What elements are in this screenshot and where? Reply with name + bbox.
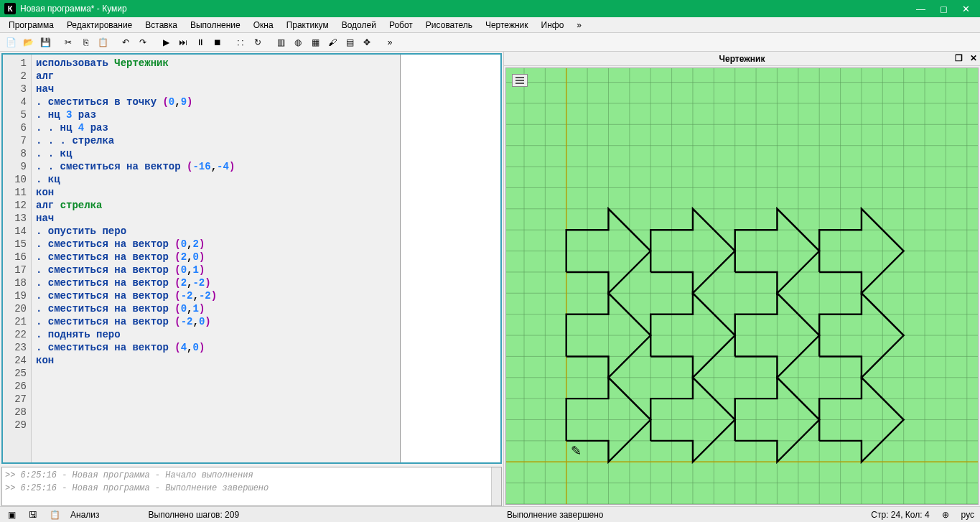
restart-icon[interactable]: ↻ [250,34,266,50]
detach-icon[interactable]: ❐ [955,53,963,63]
cut-icon[interactable]: ✂ [60,34,76,50]
close-panel-icon[interactable]: ✕ [970,53,977,63]
console-output: >> 6:25:16 - Новая программа - Начало вы… [1,467,502,506]
code-line[interactable] [36,380,396,393]
code-line[interactable]: . кц [36,173,396,186]
window-title: Новая программа* - Кумир [20,4,916,14]
code-line[interactable]: . . кц [36,147,396,160]
code-line[interactable]: кон [36,354,396,367]
menu-рисователь[interactable]: Рисователь [420,18,478,32]
menu-практикум[interactable]: Практикум [281,18,335,32]
open-icon[interactable]: 📂 [20,34,36,50]
paste-icon[interactable]: 📋 [95,34,111,50]
menubar: ПрограммаРедактированиеВставкаВыполнение… [0,17,980,33]
statusbar: ▣ 🖫 📋 Анализ Выполнено шагов: 209 Выполн… [0,506,980,522]
scrollbar[interactable] [491,467,501,505]
menu-вставка[interactable]: Вставка [139,18,183,32]
lang-icon[interactable]: ⊕ [940,509,951,521]
new-icon[interactable]: 📄 [3,34,19,50]
code-line[interactable]: использовать Чертежник [36,57,396,70]
menu-робот[interactable]: Робот [383,18,419,32]
clipboard-icon[interactable]: 📋 [49,509,60,521]
status-steps: Выполнено шагов: 209 [149,510,240,520]
copy-icon[interactable]: ⎘ [78,34,93,50]
stop-icon[interactable]: ⏹ [210,34,225,50]
menu-выполнение[interactable]: Выполнение [185,18,246,32]
redo-icon[interactable]: ↷ [135,34,151,50]
stack-icon[interactable]: ▤ [342,34,358,50]
code-line[interactable] [36,406,396,419]
console-line: >> 6:25:16 - Новая программа - Начало вы… [5,470,498,483]
code-line[interactable]: . сместиться на вектор (2,0) [36,251,396,264]
code-line[interactable]: . сместиться на вектор (4,0) [36,341,396,354]
drawer-panel-title: Чертежник ❐ ✕ [504,52,980,66]
canvas-menu-icon[interactable] [512,74,528,87]
minimize-icon[interactable]: — [916,4,925,14]
toolbar: 📄📂💾✂⎘📋↶↷▶⏭⏸⏹⸬↻▥◍▦🖌▤✥» [0,33,980,52]
code-line[interactable]: . сместиться на вектор (0,1) [36,302,396,315]
more-icon[interactable]: » [382,34,398,50]
code-line[interactable]: . поднять перо [36,328,396,341]
menu-программа[interactable]: Программа [3,18,60,32]
maximize-icon[interactable]: ◻ [940,4,948,14]
menu-»[interactable]: » [571,18,587,32]
code-line[interactable]: . сместиться на вектор (0,2) [36,238,396,251]
pen-icon: ✎ [571,444,582,458]
code-line[interactable]: . сместиться в точку (0,9) [36,95,396,108]
menu-инфо[interactable]: Инфо [536,18,570,32]
code-line[interactable]: . опустить перо [36,225,396,238]
line-gutter: 1234567891011121314151617181920212223242… [3,55,32,462]
code-line[interactable]: нач [36,83,396,95]
code-line[interactable]: нач [36,212,396,225]
canvas-svg: ✎ [506,68,978,504]
menu-чертежник[interactable]: Чертежник [480,18,534,32]
move-icon[interactable]: ✥ [359,34,375,50]
app-icon: К [4,3,16,14]
markers-icon[interactable]: ⸬ [233,34,248,50]
save-icon[interactable]: 💾 [37,34,53,50]
code-line[interactable]: . сместиться на вектор (2,-2) [36,276,396,289]
code-editor[interactable]: 1234567891011121314151617181920212223242… [1,53,502,464]
code-line[interactable]: . сместиться на вектор (0,1) [36,264,396,276]
code-line[interactable]: кон [36,186,396,199]
code-line[interactable]: алг [36,70,396,83]
undo-icon[interactable]: ↶ [118,34,134,50]
step-icon[interactable]: ⏭ [175,34,191,50]
code-line[interactable]: алг стрелка [36,199,396,212]
status-lang: рус [961,510,974,520]
editor-side-panel [400,55,500,462]
menu-окна[interactable]: Окна [248,18,279,32]
drawer-title-label: Чертежник [719,54,765,64]
status-done: Выполнение завершено [507,510,604,520]
grid-icon[interactable]: ▦ [307,34,323,50]
code-area[interactable]: использовать Чертежникалгнач. сместиться… [32,55,400,462]
menu-редактирование[interactable]: Редактирование [61,18,138,32]
code-line[interactable]: . нц 3 раз [36,108,396,121]
titlebar: К Новая программа* - Кумир — ◻ ✕ [0,0,980,17]
drawing-canvas[interactable]: ✎ [505,67,979,505]
code-line[interactable]: . . . стрелка [36,134,396,147]
code-line[interactable] [36,419,396,432]
code-line[interactable]: . . нц 4 раз [36,121,396,134]
layout-icon[interactable]: ▥ [273,34,289,50]
code-line[interactable]: . . сместиться на вектор (-16,-4) [36,160,396,173]
pause-icon[interactable]: ⏸ [192,34,208,50]
input-icon[interactable]: ▣ [6,509,17,521]
menu-водолей[interactable]: Водолей [336,18,382,32]
console-line: >> 6:25:16 - Новая программа - Выполнени… [5,483,498,496]
brush-icon[interactable]: 🖌 [325,34,340,50]
code-line[interactable] [36,393,396,406]
run-icon[interactable]: ▶ [158,34,174,50]
status-position: Стр: 24, Кол: 4 [871,510,929,520]
close-icon[interactable]: ✕ [962,4,970,14]
code-line[interactable]: . сместиться на вектор (-2,-2) [36,289,396,302]
save-icon[interactable]: 🖫 [27,509,39,521]
status-analysis: Анализ [70,510,100,520]
water-icon[interactable]: ◍ [290,34,306,50]
code-line[interactable] [36,367,396,380]
code-line[interactable]: . сместиться на вектор (-2,0) [36,315,396,328]
